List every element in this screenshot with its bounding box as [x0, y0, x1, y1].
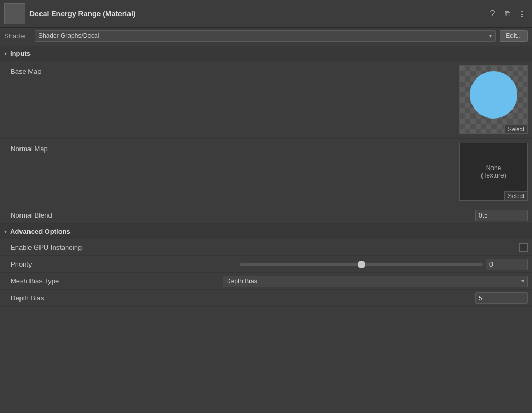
base-map-control: Select — [116, 65, 528, 134]
normal-map-row: Normal Map None(Texture) Select — [0, 139, 532, 207]
material-panel: Decal Energy Range (Material) ? ⧉ ⋮ Shad… — [0, 0, 532, 307]
normal-blend-label: Normal Blend — [11, 211, 116, 219]
base-map-row: Base Map Select — [0, 61, 532, 139]
advanced-section-title: Advanced Options — [10, 228, 71, 235]
priority-slider-fill — [240, 263, 362, 266]
enable-gpu-label: Enable GPU Instancing — [11, 243, 116, 251]
normal-blend-row: Normal Blend — [0, 207, 532, 224]
normal-map-label: Normal Map — [11, 143, 116, 153]
material-title: Decal Energy Range (Material) — [29, 9, 483, 18]
base-map-preview — [460, 66, 527, 133]
base-map-circle — [470, 71, 517, 119]
base-map-select-btn[interactable]: Select — [504, 124, 527, 133]
priority-value-input[interactable] — [486, 259, 528, 270]
mesh-bias-type-dropdown[interactable]: Depth Bias ▾ — [223, 276, 528, 287]
normal-blend-input[interactable] — [475, 210, 528, 221]
inputs-section-header[interactable]: ▾ Inputs — [0, 46, 532, 61]
inputs-section-title: Inputs — [10, 50, 31, 57]
mesh-bias-type-label: Mesh Bias Type — [11, 277, 116, 285]
normal-map-selector[interactable]: None(Texture) Select — [459, 143, 528, 201]
priority-slider-container — [116, 259, 528, 270]
material-thumbnail — [4, 3, 25, 24]
advanced-properties: Enable GPU Instancing Priority Mesh Bias… — [0, 239, 532, 307]
priority-slider[interactable] — [240, 263, 483, 266]
header-icons: ? ⧉ ⋮ — [487, 8, 528, 19]
mesh-bias-type-row: Mesh Bias Type Depth Bias ▾ — [0, 273, 532, 290]
normal-map-none-label: None(Texture) — [477, 160, 510, 183]
material-header: Decal Energy Range (Material) ? ⧉ ⋮ — [0, 0, 532, 28]
mesh-bias-type-control: Depth Bias ▾ — [116, 276, 528, 287]
depth-bias-label: Depth Bias — [11, 294, 116, 302]
inputs-arrow-icon: ▾ — [4, 51, 7, 56]
priority-slider-thumb[interactable] — [358, 261, 365, 268]
inputs-properties: Base Map Select Normal Map None(Texture)… — [0, 61, 532, 224]
enable-gpu-checkbox[interactable] — [519, 243, 528, 252]
normal-map-select-btn[interactable]: Select — [504, 191, 527, 200]
shader-dropdown[interactable]: Shader Graphs/Decal ▾ — [35, 30, 496, 42]
depth-bias-control — [116, 292, 528, 304]
advanced-arrow-icon: ▾ — [4, 229, 7, 234]
advanced-section-header[interactable]: ▾ Advanced Options — [0, 224, 532, 239]
depth-bias-row: Depth Bias — [0, 290, 532, 307]
base-map-label: Base Map — [11, 65, 116, 75]
mesh-bias-dropdown-arrow: ▾ — [521, 278, 524, 284]
priority-label: Priority — [11, 260, 116, 268]
mesh-bias-type-value: Depth Bias — [226, 278, 257, 285]
enable-gpu-control — [116, 243, 528, 252]
shader-row: Shader Shader Graphs/Decal ▾ Edit... — [0, 28, 532, 46]
depth-bias-input[interactable] — [475, 292, 528, 304]
shader-label: Shader — [4, 32, 31, 40]
priority-row: Priority — [0, 256, 532, 273]
normal-blend-control — [116, 210, 528, 221]
sliders-icon[interactable]: ⧉ — [501, 8, 513, 19]
normal-map-control: None(Texture) Select — [116, 143, 528, 201]
shader-dropdown-arrow: ▾ — [489, 33, 492, 39]
base-map-selector[interactable]: Select — [459, 65, 528, 134]
enable-gpu-row: Enable GPU Instancing — [0, 239, 532, 256]
help-icon[interactable]: ? — [487, 8, 498, 19]
more-options-icon[interactable]: ⋮ — [516, 8, 528, 19]
shader-value: Shader Graphs/Decal — [38, 32, 99, 40]
edit-button[interactable]: Edit... — [500, 30, 528, 42]
